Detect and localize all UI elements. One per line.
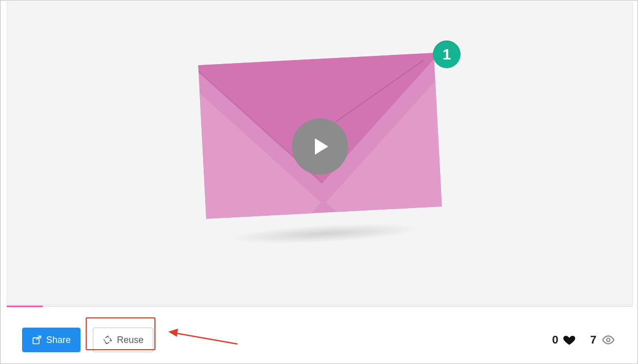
reuse-button-label: Reuse (117, 335, 144, 346)
share-button[interactable]: Share (22, 328, 81, 352)
annotation-step-badge: 1 (433, 41, 461, 68)
svg-point-2 (607, 338, 610, 342)
stats-group: 0 7 (552, 333, 616, 347)
annotation-step-number: 1 (443, 46, 451, 63)
reuse-button[interactable]: Reuse (93, 328, 153, 352)
app-frame: 1 Share Reuse (0, 0, 638, 364)
play-button[interactable] (292, 118, 348, 175)
eye-icon (601, 333, 616, 347)
recycle-icon (103, 335, 113, 345)
svg-marker-0 (315, 138, 328, 155)
share-icon (32, 335, 42, 345)
view-count: 7 (590, 333, 596, 347)
video-progress-fill (7, 306, 43, 307)
action-bar: Share Reuse 0 7 (1, 311, 637, 358)
play-icon (309, 135, 331, 158)
view-stat: 7 (590, 333, 616, 347)
like-count: 0 (552, 333, 559, 347)
share-button-label: Share (46, 335, 71, 346)
video-progress-track[interactable] (7, 306, 633, 307)
heart-icon (563, 333, 576, 347)
like-stat[interactable]: 0 (552, 333, 576, 347)
video-preview-panel: 1 (7, 2, 633, 305)
